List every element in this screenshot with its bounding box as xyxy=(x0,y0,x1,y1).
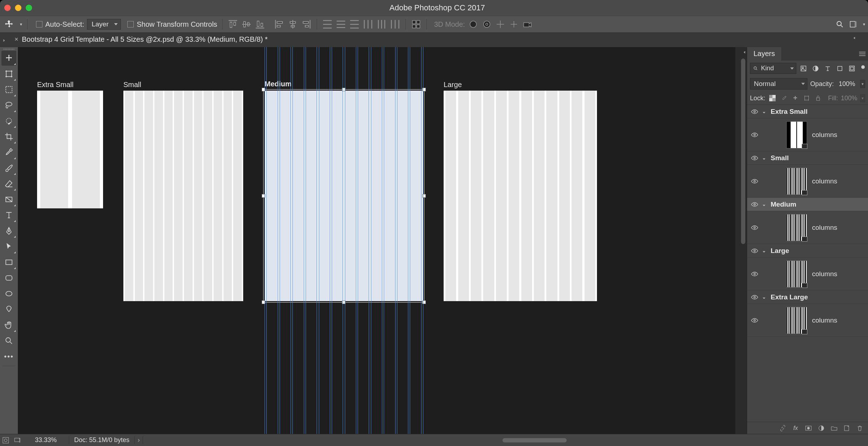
guide-vertical[interactable] xyxy=(266,47,267,434)
align-bottom-edges-icon[interactable] xyxy=(255,19,265,30)
distribute-top-icon[interactable] xyxy=(322,19,333,30)
visibility-toggle-icon[interactable] xyxy=(751,202,759,207)
auto-align-icon[interactable] xyxy=(411,19,422,30)
blend-mode-dropdown[interactable]: Normal xyxy=(750,78,807,90)
guide-vertical[interactable] xyxy=(369,47,369,434)
guide-vertical[interactable] xyxy=(317,47,317,434)
gradient-tool[interactable] xyxy=(1,192,16,207)
collapse-dock-icon[interactable]: ‹‹ xyxy=(744,49,745,55)
guide-vertical[interactable] xyxy=(278,47,278,434)
align-right-edges-icon[interactable] xyxy=(301,19,312,30)
artboard-label-xs[interactable]: Extra Small xyxy=(37,81,73,89)
transform-bounding-box[interactable] xyxy=(263,89,424,303)
guide-vertical[interactable] xyxy=(304,47,304,434)
filter-toggle[interactable] xyxy=(861,65,865,72)
layer-row[interactable]: columns xyxy=(747,211,868,244)
tool-preset-chevron-icon[interactable]: ▾ xyxy=(20,22,22,27)
layer-thumbnail[interactable] xyxy=(786,214,807,241)
align-horizontal-centers-icon[interactable] xyxy=(287,19,298,30)
rectangular-marquee-tool[interactable] xyxy=(1,82,16,97)
filter-shape-icon[interactable] xyxy=(835,64,845,74)
guide-vertical[interactable] xyxy=(382,47,382,434)
guide-vertical[interactable] xyxy=(423,47,423,434)
disclosure-triangle-icon[interactable]: ⌄ xyxy=(762,109,767,114)
disclosure-triangle-icon[interactable]: ⌄ xyxy=(762,294,767,300)
lock-pixels-icon[interactable] xyxy=(780,94,788,102)
align-top-edges-icon[interactable] xyxy=(228,19,238,30)
artboard-xs[interactable] xyxy=(37,91,103,208)
move-tool[interactable] xyxy=(1,51,16,66)
pen-tool[interactable] xyxy=(1,223,16,238)
fill-chevron-icon[interactable]: ▾ xyxy=(860,94,865,102)
link-layers-icon[interactable] xyxy=(779,424,787,432)
lock-artboard-icon[interactable] xyxy=(802,94,811,102)
custom-shape-tool[interactable] xyxy=(1,302,16,317)
layer-thumbnail[interactable] xyxy=(786,307,807,334)
guide-vertical[interactable] xyxy=(395,47,395,434)
document-tab[interactable]: × Bootstrap 4 Grid Template - All 5 Size… xyxy=(15,33,272,47)
guide-vertical[interactable] xyxy=(356,47,356,434)
panel-menu-icon[interactable] xyxy=(857,47,868,61)
guide-vertical[interactable] xyxy=(397,47,397,434)
lasso-tool[interactable] xyxy=(1,98,16,113)
move-tool-indicator[interactable] xyxy=(3,18,16,31)
eraser-tool[interactable] xyxy=(1,176,16,191)
layer-style-icon[interactable]: fx xyxy=(792,424,800,432)
zoom-window-button[interactable] xyxy=(26,5,32,11)
show-transform-checkbox[interactable]: Show Transform Controls xyxy=(127,20,217,29)
guide-vertical[interactable] xyxy=(265,47,265,434)
layer-row[interactable]: columns xyxy=(747,304,868,337)
lock-all-icon[interactable] xyxy=(814,94,822,102)
distribute-bottom-icon[interactable] xyxy=(349,19,360,30)
rectangle-tool[interactable] xyxy=(1,255,16,270)
visibility-toggle-icon[interactable] xyxy=(751,109,759,114)
align-vertical-centers-icon[interactable] xyxy=(241,19,252,30)
layer-thumbnail[interactable] xyxy=(786,168,807,195)
opacity-value[interactable]: 100% xyxy=(837,80,857,88)
guide-vertical[interactable] xyxy=(371,47,371,434)
collapse-panels-icon[interactable]: ‹‹ xyxy=(853,35,854,40)
guide-vertical[interactable] xyxy=(358,47,358,434)
layer-mask-icon[interactable] xyxy=(805,424,812,432)
visibility-toggle-icon[interactable] xyxy=(751,225,759,230)
layer-thumbnail[interactable] xyxy=(786,121,807,148)
distribute-right-icon[interactable] xyxy=(390,19,400,30)
artboard-sm[interactable] xyxy=(123,91,243,301)
disclosure-triangle-icon[interactable]: ⌄ xyxy=(762,155,767,161)
doc-info-expand-icon[interactable]: › xyxy=(134,436,143,444)
quick-selection-tool[interactable] xyxy=(1,113,16,128)
distribute-vcenter-icon[interactable] xyxy=(336,19,346,30)
visibility-toggle-icon[interactable] xyxy=(751,132,759,137)
workspace-switcher-icon[interactable] xyxy=(848,19,859,30)
distribute-left-icon[interactable] xyxy=(363,19,373,30)
document-info[interactable]: Doc: 55.1M/0 bytes xyxy=(69,436,134,444)
workspace-chevron-icon[interactable]: ▾ xyxy=(863,22,865,27)
visibility-toggle-icon[interactable] xyxy=(751,248,759,253)
artboard-label-md[interactable]: Medium xyxy=(265,80,292,88)
guide-vertical[interactable] xyxy=(319,47,319,434)
guide-vertical[interactable] xyxy=(306,47,306,434)
visibility-toggle-icon[interactable] xyxy=(751,318,759,323)
close-tab-icon[interactable]: × xyxy=(15,36,19,43)
distribute-hcenter-icon[interactable] xyxy=(376,19,387,30)
lock-transparency-icon[interactable] xyxy=(768,94,777,102)
hand-tool[interactable] xyxy=(1,318,16,333)
canvas[interactable]: Extra Small Small Medium Large xyxy=(18,47,747,434)
layer-group-row[interactable]: ⌄ Small xyxy=(747,151,868,165)
filter-pixel-icon[interactable] xyxy=(798,64,808,74)
layers-list[interactable]: ⌄ Extra Small columns ⌄ Small columns ⌄ … xyxy=(747,105,868,422)
adjustment-layer-icon[interactable] xyxy=(817,424,825,432)
screen-mode-icon[interactable] xyxy=(12,436,22,445)
layer-filter-kind-dropdown[interactable]: Kind xyxy=(750,63,796,74)
visibility-toggle-icon[interactable] xyxy=(751,272,759,277)
fill-value[interactable]: 100% xyxy=(841,95,857,102)
new-layer-icon[interactable] xyxy=(843,424,851,432)
guide-vertical[interactable] xyxy=(292,47,293,434)
horizontal-scrollbar-thumb[interactable] xyxy=(502,438,567,442)
vertical-scrollbar[interactable] xyxy=(741,59,745,244)
auto-select-target-dropdown[interactable]: Layer xyxy=(87,19,121,30)
zoom-level[interactable]: 33.33% xyxy=(23,436,69,444)
layer-group-row[interactable]: ⌄ Medium xyxy=(747,198,868,211)
new-group-icon[interactable] xyxy=(830,424,838,432)
crop-tool[interactable] xyxy=(1,129,16,144)
